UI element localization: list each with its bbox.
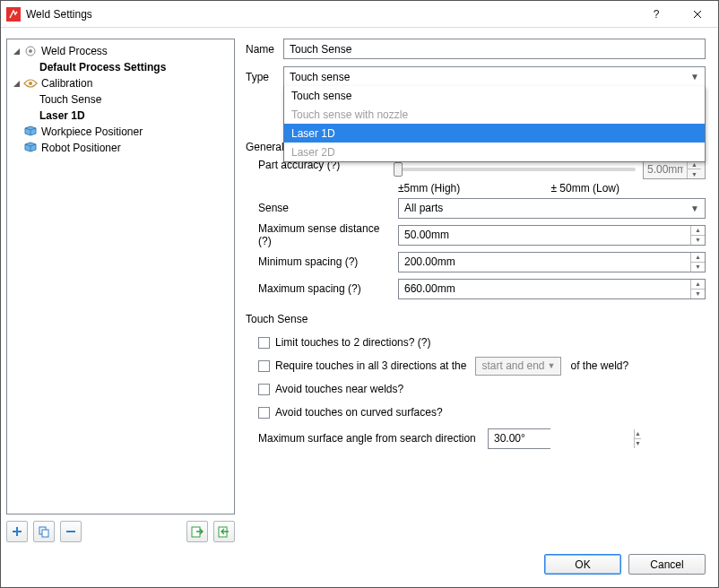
max-sense-distance-field[interactable]	[399, 226, 690, 245]
type-option: Laser 2D	[284, 143, 705, 161]
type-combo-value: Touch sense	[290, 71, 350, 83]
type-dropdown-list[interactable]: Touch senseTouch sense with nozzleLaser …	[283, 86, 706, 162]
tree-item-weld-process[interactable]: Weld Process	[9, 43, 232, 59]
tree-panel: Weld ProcessDefault Process SettingsCali…	[6, 39, 235, 545]
chevron-down-icon: ▼	[548, 361, 556, 370]
chevron-down-icon: ▼	[690, 203, 699, 213]
max-sense-distance-input[interactable]: ▲▼	[398, 225, 706, 246]
max-spacing-label: Maximum spacing (?)	[258, 282, 393, 295]
spinner-icon[interactable]: ▲▼	[690, 253, 705, 272]
copy-button[interactable]	[33, 521, 55, 542]
tree[interactable]: Weld ProcessDefault Process SettingsCali…	[6, 39, 235, 514]
tree-toolbar	[6, 518, 235, 545]
min-spacing-field[interactable]	[399, 253, 690, 272]
window-title: Weld Settings	[26, 8, 636, 21]
type-option[interactable]: Touch sense	[284, 86, 705, 105]
spinner-icon[interactable]: ▲▼	[634, 429, 641, 448]
ok-button[interactable]: OK	[544, 554, 621, 575]
name-input[interactable]	[283, 39, 706, 59]
avoid-curved-checkbox[interactable]	[258, 407, 270, 419]
part-accuracy-slider[interactable]	[398, 168, 636, 171]
max-sense-distance-label: Maximum sense distance (?)	[258, 222, 393, 247]
require-touches-suffix: of the weld?	[570, 359, 628, 372]
tree-item-label: Touch Sense	[38, 93, 103, 106]
avoid-welds-label: Avoid touches near welds?	[275, 383, 403, 395]
add-button[interactable]	[6, 521, 28, 542]
sense-label: Sense	[258, 202, 393, 214]
max-surface-angle-label: Maximum surface angle from search direct…	[258, 432, 482, 445]
positioner-icon	[23, 125, 38, 139]
tree-item-workpiece-positioner[interactable]: Workpiece Positioner	[9, 124, 232, 140]
limit-touches-label: Limit touches to 2 directions? (?)	[275, 336, 430, 349]
type-option: Touch sense with nozzle	[284, 105, 705, 124]
slider-thumb[interactable]	[394, 162, 403, 177]
dialog-button-bar: OK Cancel	[1, 545, 718, 587]
remove-button[interactable]	[60, 521, 82, 542]
export-button[interactable]	[213, 521, 235, 542]
avoid-welds-checkbox[interactable]	[258, 384, 270, 395]
tree-item-robot-positioner[interactable]: Robot Positioner	[9, 140, 232, 156]
type-option[interactable]: Laser 1D	[284, 124, 705, 143]
min-spacing-input[interactable]: ▲▼	[398, 252, 706, 272]
name-label: Name	[246, 43, 283, 56]
max-spacing-field[interactable]	[399, 280, 690, 298]
avoid-curved-label: Avoid touches on curved surfaces?	[275, 406, 443, 419]
max-surface-angle-input[interactable]: ▲▼	[488, 428, 550, 449]
tree-item-default-process-settings[interactable]: Default Process Settings	[9, 59, 232, 75]
spinner-icon[interactable]: ▲▼	[690, 226, 705, 245]
eye-icon	[23, 76, 38, 91]
min-spacing-label: Minimum spacing (?)	[258, 255, 393, 268]
positioner-icon	[23, 141, 38, 155]
chevron-down-icon: ▼	[690, 72, 699, 82]
svg-point-1	[29, 49, 32, 53]
tree-item-label: Robot Positioner	[39, 142, 123, 154]
tree-item-calibration[interactable]: Calibration	[9, 75, 232, 91]
sense-select-value: All parts	[404, 202, 443, 214]
tree-item-label: Workpiece Positioner	[39, 125, 144, 138]
svg-rect-4	[42, 530, 48, 537]
close-button[interactable]	[677, 1, 718, 28]
tree-item-label: Laser 1D	[38, 109, 87, 122]
titlebar: Weld Settings ?	[1, 1, 718, 28]
tree-item-label: Weld Process	[39, 45, 109, 57]
tree-item-laser-1d[interactable]: Laser 1D	[9, 108, 232, 124]
twisty-open-icon[interactable]	[11, 46, 22, 56]
sense-select[interactable]: All parts ▼	[398, 198, 706, 219]
app-icon	[6, 7, 21, 22]
type-label: Type	[246, 71, 283, 83]
cancel-button[interactable]: Cancel	[628, 554, 706, 575]
help-button[interactable]: ?	[636, 1, 677, 28]
require-touches-checkbox[interactable]	[258, 360, 270, 372]
tree-item-touch-sense[interactable]: Touch Sense	[9, 91, 232, 108]
import-button[interactable]	[186, 521, 208, 542]
slider-low-label: ±5mm (High)	[398, 182, 460, 195]
tree-item-label: Calibration	[39, 77, 94, 90]
part-accuracy-value-input	[644, 163, 687, 176]
require-touches-prefix: Require touches in all 3 directions at t…	[275, 359, 466, 372]
slider-high-label: ± 50mm (Low)	[550, 182, 619, 195]
twisty-open-icon[interactable]	[11, 78, 22, 89]
require-touches-select[interactable]: start and end ▼	[475, 357, 561, 376]
max-surface-angle-field[interactable]	[489, 429, 634, 448]
tree-item-label: Default Process Settings	[38, 61, 168, 74]
spinner-icon[interactable]: ▲▼	[687, 160, 701, 178]
max-spacing-input[interactable]: ▲▼	[398, 279, 706, 299]
type-combo[interactable]: Touch sense ▼	[283, 66, 706, 87]
touch-sense-section-label: Touch Sense	[246, 313, 706, 325]
svg-point-2	[29, 82, 32, 85]
target-icon	[23, 44, 38, 58]
limit-touches-checkbox[interactable]	[258, 337, 270, 349]
spinner-icon[interactable]: ▲▼	[690, 280, 705, 298]
form-panel: Name Type Touch sense ▼ Touch senseTouch…	[246, 39, 706, 545]
require-touches-select-value: start and end	[481, 359, 544, 372]
